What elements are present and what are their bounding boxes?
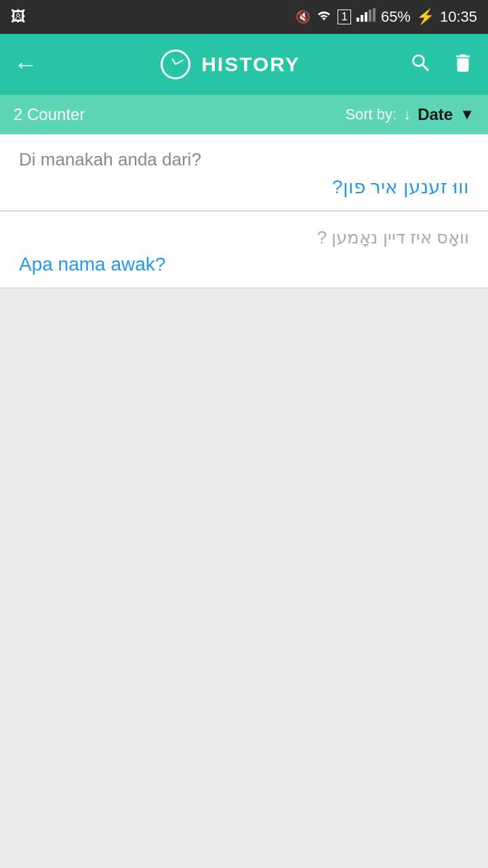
sort-by-label: Sort by: [345, 106, 396, 123]
battery-icon: ⚡ [416, 8, 434, 26]
search-button[interactable] [409, 52, 432, 77]
back-button[interactable]: ← [14, 50, 38, 79]
filter-bar: 2 Counter Sort by: ↓ Date ▼ [0, 95, 488, 134]
sort-dropdown-icon[interactable]: ▼ [460, 106, 474, 123]
clock-icon [161, 50, 190, 79]
page-title: HISTORY [201, 53, 300, 76]
history-item[interactable]: Di manakah anda dari? וווּ זענען איר פון… [0, 134, 488, 211]
app-bar: ← HISTORY [0, 34, 488, 95]
sort-control[interactable]: Sort by: ↓ Date ▼ [345, 105, 474, 124]
clock-minute-hand [176, 60, 184, 65]
history-item[interactable]: וואָס איז דיין נאָמען ? Apa nama awak? [0, 212, 488, 288]
app-bar-actions [409, 52, 474, 77]
item-translation-text: Apa nama awak? [19, 254, 469, 275]
number-1-icon: 1 [338, 9, 350, 24]
counter-label: 2 Counter [14, 105, 85, 124]
svg-rect-2 [365, 12, 367, 22]
svg-rect-4 [373, 8, 375, 22]
status-right-info: 🔇 1 65% ⚡ 10:35 [296, 8, 477, 26]
app-bar-title-group: HISTORY [52, 50, 409, 79]
time-display: 10:35 [440, 8, 477, 26]
battery-percent: 65% [381, 8, 411, 26]
svg-rect-0 [357, 18, 359, 22]
sort-direction-icon: ↓ [403, 106, 411, 123]
svg-rect-1 [361, 15, 363, 22]
bluetooth-mute-icon: 🔇 [296, 9, 310, 24]
item-source-text: וואָס איז דיין נאָמען ? [19, 227, 469, 248]
delete-button[interactable] [451, 52, 474, 77]
status-bar: 🖼 🔇 1 65% ⚡ 10:35 [0, 0, 488, 34]
wifi-icon [316, 8, 332, 26]
status-left-icons: 🖼 [11, 8, 26, 26]
svg-rect-3 [369, 9, 371, 22]
sort-value-label: Date [418, 105, 453, 124]
item-translation-text: וווּ זענען איר פון? [19, 176, 469, 198]
item-source-text: Di manakah anda dari? [19, 149, 469, 170]
signal-icon [357, 8, 375, 26]
history-list: Di manakah anda dari? וווּ זענען איר פון… [0, 134, 488, 868]
image-icon: 🖼 [11, 8, 26, 26]
